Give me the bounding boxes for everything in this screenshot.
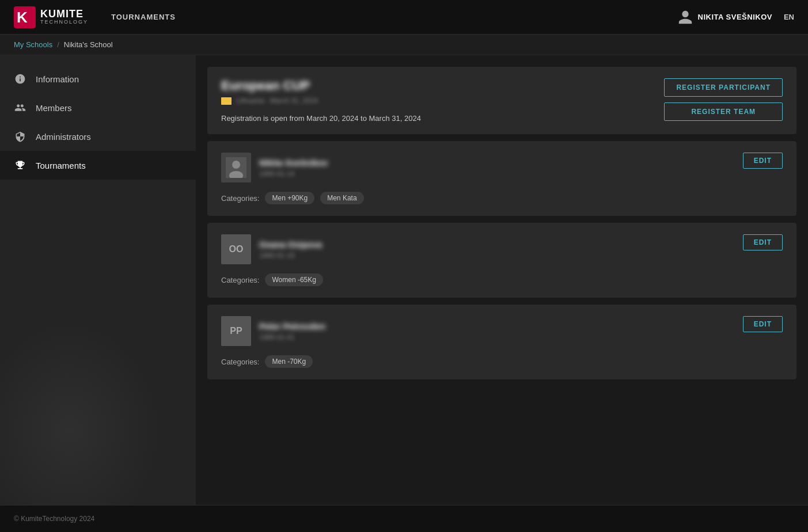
logo-kumite: KUMITE [40, 9, 88, 20]
edit-button-0[interactable]: EDIT [743, 153, 783, 169]
category-badge-1-0: Women -65Kg [265, 273, 323, 286]
members-icon [14, 101, 26, 114]
user-info[interactable]: NIKITA SVEŠNIKOV [677, 9, 772, 25]
participant-header-2: PP Peter Petrovden 1988-01-01 EDIT [221, 316, 783, 346]
sidebar-decor [0, 321, 161, 505]
participant-header-0: Nikita Svešnikov 1995-01-14 EDIT [221, 153, 783, 183]
edit-button-1[interactable]: EDIT [743, 234, 783, 250]
participant-name-0: Nikita Svešnikov [259, 158, 328, 168]
participant-card-2: PP Peter Petrovden 1988-01-01 EDIT Categ… [207, 305, 796, 379]
nav-tournaments[interactable]: TOURNAMENTS [111, 13, 176, 21]
sidebar-label-administrators: Administrators [36, 132, 91, 142]
category-badge-0-1: Men Kata [320, 192, 363, 204]
sidebar-item-tournaments[interactable]: Tournaments [0, 151, 196, 180]
participant-text-2: Peter Petrovden 1988-01-01 [259, 321, 325, 341]
footer-text: © KumiteTechnology 2024 [14, 515, 94, 523]
participant-dob-0: 1995-01-14 [259, 170, 328, 178]
user-avatar-icon [677, 9, 693, 25]
register-participant-button[interactable]: REGISTER PARTICIPANT [664, 78, 783, 97]
sidebar-label-tournaments: Tournaments [36, 161, 86, 170]
logo[interactable]: K KUMITE TECHNOLOGY [14, 6, 88, 28]
content-area: European CUP Lithuania · March 31, 2024 … [196, 55, 808, 505]
sidebar-item-members[interactable]: Members [0, 93, 196, 122]
avatar-1: OO [221, 234, 251, 264]
tournament-card: European CUP Lithuania · March 31, 2024 … [207, 67, 796, 134]
participant-text-0: Nikita Svešnikov 1995-01-14 [259, 158, 328, 178]
administrators-icon [14, 130, 26, 143]
main-layout: Information Members Administrators Tourn… [0, 55, 808, 505]
tournament-reg-info: Registration is open from March 20, 2024… [221, 114, 421, 123]
participant-card-0: Nikita Svešnikov 1995-01-14 EDIT Categor… [207, 141, 796, 216]
username: NIKITA SVEŠNIKOV [698, 13, 772, 21]
sidebar-label-information: Information [36, 74, 79, 84]
participant-identity-1: OO Oxana Osipova 1990-01-19 [221, 234, 322, 264]
tournament-meta: Lithuania · March 31, 2024 [221, 97, 421, 105]
categories-label-0: Categories: [221, 194, 259, 203]
header: K KUMITE TECHNOLOGY TOURNAMENTS NIKITA S… [0, 0, 808, 35]
categories-row-1: Categories: Women -65Kg [221, 273, 783, 286]
categories-label-2: Categories: [221, 358, 259, 366]
breadcrumb: My Schools / Nikita's School [0, 35, 808, 55]
participant-identity-2: PP Peter Petrovden 1988-01-01 [221, 316, 325, 346]
tournament-info: European CUP Lithuania · March 31, 2024 … [221, 78, 421, 123]
lang-switch[interactable]: EN [784, 13, 794, 21]
tournaments-icon [14, 159, 26, 172]
category-badge-0-0: Men +90Kg [265, 192, 314, 204]
header-left: K KUMITE TECHNOLOGY TOURNAMENTS [14, 6, 176, 28]
categories-row-0: Categories: Men +90Kg Men Kata [221, 192, 783, 204]
avatar-2: PP [221, 316, 251, 346]
logo-icon: K [14, 6, 36, 28]
logo-tech: TECHNOLOGY [40, 20, 88, 25]
svg-text:K: K [17, 9, 28, 26]
participant-dob-1: 1990-01-19 [259, 252, 322, 260]
tournament-actions: REGISTER PARTICIPANT REGISTER TEAM [664, 78, 783, 121]
sidebar: Information Members Administrators Tourn… [0, 55, 196, 505]
footer: © KumiteTechnology 2024 [0, 505, 808, 532]
sidebar-label-members: Members [36, 103, 72, 113]
participant-name-1: Oxana Osipova [259, 240, 322, 249]
tournament-meta-text: Lithuania · March 31, 2024 [236, 97, 318, 105]
register-team-button[interactable]: REGISTER TEAM [664, 102, 783, 121]
sidebar-item-information[interactable]: Information [0, 64, 196, 93]
header-right: NIKITA SVEŠNIKOV EN [677, 9, 794, 25]
breadcrumb-current: Nikita's School [64, 40, 113, 49]
participant-dob-2: 1988-01-01 [259, 333, 325, 341]
svg-point-3 [232, 161, 240, 169]
participant-text-1: Oxana Osipova 1990-01-19 [259, 240, 322, 260]
category-badge-2-0: Men -70Kg [265, 355, 313, 368]
breadcrumb-my-schools[interactable]: My Schools [14, 40, 52, 49]
participant-header-1: OO Oxana Osipova 1990-01-19 EDIT [221, 234, 783, 264]
categories-row-2: Categories: Men -70Kg [221, 355, 783, 368]
avatar-photo-img-0 [226, 157, 246, 178]
tournament-title: European CUP [221, 78, 421, 93]
avatar-0 [221, 153, 251, 183]
sidebar-item-administrators[interactable]: Administrators [0, 122, 196, 151]
edit-button-2[interactable]: EDIT [743, 316, 783, 332]
logo-text: KUMITE TECHNOLOGY [40, 9, 88, 26]
flag-icon [221, 97, 232, 105]
categories-label-1: Categories: [221, 276, 259, 284]
participant-card-1: OO Oxana Osipova 1990-01-19 EDIT Categor… [207, 223, 796, 298]
participant-name-2: Peter Petrovden [259, 321, 325, 331]
info-icon [14, 73, 26, 85]
breadcrumb-separator: / [57, 40, 59, 49]
participant-identity-0: Nikita Svešnikov 1995-01-14 [221, 153, 328, 183]
